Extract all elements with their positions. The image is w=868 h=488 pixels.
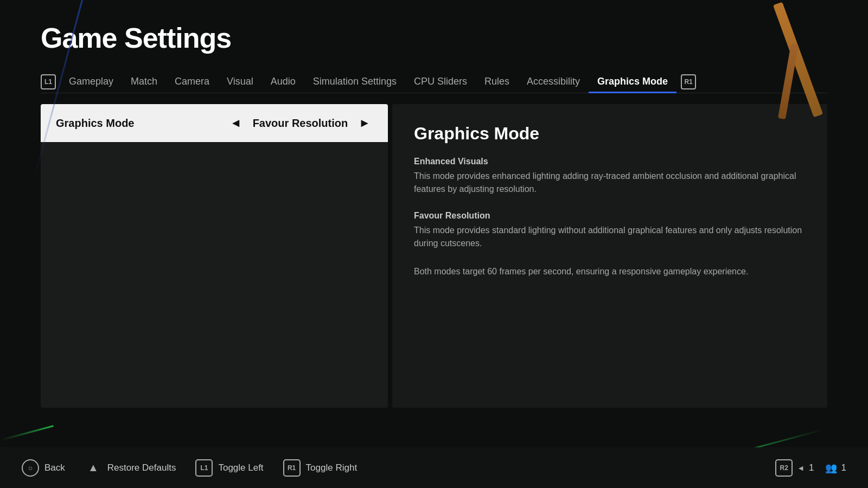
setting-label-graphics-mode: Graphics Mode — [56, 117, 134, 130]
bottom-bar: ○ Back Restore Defaults L1 Toggle Left R… — [0, 447, 868, 488]
back-label: Back — [44, 463, 65, 473]
info-section-enhanced: Enhanced Visuals This mode provides enha… — [414, 157, 806, 196]
tab-rules[interactable]: Rules — [476, 70, 518, 93]
toggle-left-action[interactable]: L1 Toggle Left — [195, 459, 263, 477]
info-note: Both modes target 60 frames per second, … — [414, 265, 806, 278]
header: Game Settings L1 Gameplay Match Camera V… — [0, 0, 868, 93]
bottom-right-controls: R2 ◄ 1 👥 1 — [775, 459, 846, 477]
info-panel-title: Graphics Mode — [414, 124, 806, 144]
tab-camera[interactable]: Camera — [166, 70, 218, 93]
toggle-left-label: Toggle Left — [218, 463, 263, 473]
tab-gameplay[interactable]: Gameplay — [60, 70, 122, 93]
info-section-favour-body: This mode provides standard lighting wit… — [414, 224, 806, 250]
tab-simulation[interactable]: Simulation Settings — [304, 70, 405, 93]
tab-visual[interactable]: Visual — [218, 70, 262, 93]
tab-navigation: L1 Gameplay Match Camera Visual Audio Si… — [41, 70, 827, 93]
info-section-enhanced-title: Enhanced Visuals — [414, 157, 806, 166]
r2-page-control: R2 ◄ 1 — [775, 459, 814, 477]
tab-accessibility[interactable]: Accessibility — [518, 70, 589, 93]
people-icon: 👥 — [825, 462, 837, 474]
l1-badge: L1 — [41, 74, 56, 89]
toggle-right-action[interactable]: R1 Toggle Right — [283, 459, 358, 477]
toggle-right-label: Toggle Right — [306, 463, 358, 473]
settings-list-panel: Graphics Mode ◄ Favour Resolution ► — [41, 104, 388, 408]
page-number: 1 — [809, 463, 814, 473]
r1-button-icon: R1 — [283, 459, 301, 477]
player-count-control: 👥 1 — [825, 462, 846, 474]
nav-arrow-left: ◄ — [797, 464, 805, 472]
triangle-button-icon — [85, 459, 102, 477]
info-section-favour: Favour Resolution This mode provides sta… — [414, 211, 806, 250]
player-count: 1 — [841, 463, 846, 473]
info-section-favour-title: Favour Resolution — [414, 211, 806, 221]
current-value-graphics-mode: Favour Resolution — [253, 117, 348, 130]
value-arrow-left[interactable]: ◄ — [228, 116, 244, 130]
restore-action[interactable]: Restore Defaults — [85, 459, 176, 477]
value-arrow-right[interactable]: ► — [356, 116, 373, 130]
r1-badge: R1 — [681, 74, 696, 89]
back-action[interactable]: ○ Back — [22, 459, 65, 477]
l1-button-icon: L1 — [195, 459, 213, 477]
tab-cpu-sliders[interactable]: CPU Sliders — [405, 70, 476, 93]
r2-button-icon: R2 — [775, 459, 793, 477]
tab-audio[interactable]: Audio — [262, 70, 304, 93]
info-panel: Graphics Mode Enhanced Visuals This mode… — [392, 104, 827, 408]
circle-button-icon: ○ — [22, 459, 39, 477]
info-section-enhanced-body: This mode provides enhanced lighting add… — [414, 170, 806, 196]
setting-value-graphics-mode: ◄ Favour Resolution ► — [228, 116, 373, 130]
main-content: Graphics Mode ◄ Favour Resolution ► Grap… — [41, 104, 827, 408]
tab-graphics-mode[interactable]: Graphics Mode — [589, 70, 676, 93]
setting-row-graphics-mode[interactable]: Graphics Mode ◄ Favour Resolution ► — [41, 104, 388, 142]
restore-label: Restore Defaults — [107, 463, 176, 473]
page-title: Game Settings — [41, 22, 827, 54]
tab-match[interactable]: Match — [122, 70, 166, 93]
bg-decoration-green-left — [1, 425, 53, 441]
